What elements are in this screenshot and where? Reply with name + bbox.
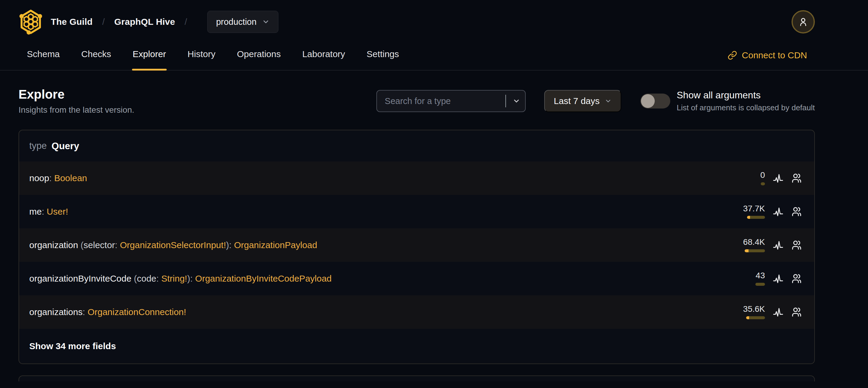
chevron-down-icon bbox=[262, 18, 270, 26]
breadcrumb-org[interactable]: The Guild bbox=[51, 17, 93, 27]
field-return-type: OrganizationPayload bbox=[234, 240, 317, 250]
show-all-arguments-toggle[interactable] bbox=[641, 94, 670, 109]
breadcrumb-separator: / bbox=[185, 17, 187, 27]
field-return-type: OrganizationConnection! bbox=[88, 307, 186, 317]
type-search-input[interactable] bbox=[385, 96, 503, 106]
request-count: 0 bbox=[760, 171, 765, 179]
argument-type: String! bbox=[161, 273, 187, 283]
activity-icon[interactable] bbox=[773, 273, 783, 284]
field-signature: me: User! bbox=[29, 207, 68, 217]
usage-bar bbox=[761, 182, 765, 185]
users-icon[interactable] bbox=[791, 240, 802, 250]
top-bar: The Guild / GraphQL Hive / production bbox=[0, 0, 868, 39]
tab-settings[interactable]: Settings bbox=[366, 41, 399, 70]
usage-bar bbox=[746, 316, 765, 319]
page-title-block: Explore Insights from the latest version… bbox=[19, 87, 134, 115]
type-search-combobox[interactable] bbox=[376, 90, 526, 112]
page-head: Explore Insights from the latest version… bbox=[19, 87, 815, 115]
field-signature: organization (selector: OrganizationSele… bbox=[29, 240, 317, 250]
toggle-text-block: Show all arguments List of arguments is … bbox=[677, 90, 815, 112]
activity-icon[interactable] bbox=[773, 206, 783, 217]
target-selector-value: production bbox=[216, 17, 256, 27]
activity-icon[interactable] bbox=[773, 240, 783, 250]
toggle-label: Show all arguments bbox=[677, 90, 815, 101]
tab-checks[interactable]: Checks bbox=[81, 41, 112, 70]
field-usage: 43 bbox=[717, 271, 765, 286]
activity-icon[interactable] bbox=[773, 173, 783, 183]
field-row[interactable]: organization (selector: OrganizationSele… bbox=[19, 228, 814, 262]
user-avatar-button[interactable] bbox=[792, 10, 815, 33]
toggle-knob bbox=[641, 94, 655, 108]
argument-name: selector bbox=[84, 240, 115, 250]
argument-type: OrganizationSelectorInput! bbox=[120, 240, 226, 250]
signature-punctuation: : bbox=[229, 240, 234, 250]
request-count: 37.7K bbox=[743, 205, 765, 213]
field-name: organizationByInviteCode bbox=[29, 273, 131, 283]
chevron-down-icon[interactable] bbox=[513, 97, 520, 105]
field-row[interactable]: me: User! 37.7K bbox=[19, 195, 814, 228]
tab-history[interactable]: History bbox=[187, 41, 216, 70]
field-row[interactable]: organizations: OrganizationConnection! 3… bbox=[19, 295, 814, 329]
users-icon[interactable] bbox=[791, 273, 802, 284]
show-more-fields-button[interactable]: Show 34 more fields bbox=[19, 329, 814, 363]
signature-punctuation: : bbox=[190, 273, 195, 283]
activity-icon[interactable] bbox=[773, 307, 783, 318]
search-divider bbox=[505, 95, 506, 107]
field-signature: organizations: OrganizationConnection! bbox=[29, 307, 186, 317]
users-icon[interactable] bbox=[791, 206, 802, 217]
users-icon[interactable] bbox=[791, 173, 802, 183]
field-row[interactable]: organizationByInviteCode (code: String!)… bbox=[19, 262, 814, 295]
page-title: Explore bbox=[19, 87, 134, 101]
period-select-value: Last 7 days bbox=[554, 96, 599, 106]
signature-punctuation: ) bbox=[226, 240, 229, 250]
field-usage: 0 bbox=[717, 171, 765, 185]
field-return-type: OrganizationByInviteCodePayload bbox=[195, 273, 332, 283]
users-icon[interactable] bbox=[791, 307, 802, 318]
argument-name: code bbox=[137, 273, 156, 283]
field-name: me bbox=[29, 207, 42, 216]
usage-bar-fill bbox=[747, 216, 750, 219]
request-count: 43 bbox=[756, 271, 765, 280]
field-metrics: 37.7K bbox=[717, 205, 802, 219]
signature-punctuation: ( bbox=[131, 273, 137, 283]
type-name[interactable]: Query bbox=[52, 141, 79, 152]
next-type-card-partial bbox=[19, 376, 815, 381]
toggle-description: List of arguments is collapsed by defaul… bbox=[677, 103, 815, 112]
field-metrics: 35.6K bbox=[717, 305, 802, 319]
link-icon bbox=[727, 51, 737, 60]
tab-schema[interactable]: Schema bbox=[26, 41, 60, 70]
period-select[interactable]: Last 7 days bbox=[544, 90, 621, 112]
signature-punctuation: : bbox=[49, 173, 54, 183]
type-kind-label: type bbox=[29, 141, 47, 151]
explorer-page: Explore Insights from the latest version… bbox=[0, 87, 868, 381]
field-name: organizations bbox=[29, 307, 83, 317]
type-card-query: type Query noop: Boolean 0 me: Us bbox=[19, 130, 815, 364]
request-count: 35.6K bbox=[743, 305, 765, 313]
field-signature: noop: Boolean bbox=[29, 173, 87, 183]
breadcrumb-project[interactable]: GraphQL Hive bbox=[114, 17, 175, 27]
usage-bar bbox=[755, 283, 765, 286]
target-selector[interactable]: production bbox=[207, 11, 278, 33]
signature-punctuation: : bbox=[83, 307, 88, 317]
connect-to-cdn-link[interactable]: Connect to CDN bbox=[727, 50, 807, 70]
usage-bar-fill bbox=[745, 249, 748, 252]
signature-punctuation: : bbox=[156, 273, 161, 283]
field-usage: 68.4K bbox=[717, 238, 765, 252]
breadcrumb-separator: / bbox=[102, 17, 104, 27]
hive-logo-icon bbox=[19, 8, 43, 35]
field-usage: 35.6K bbox=[717, 305, 765, 319]
type-card-header: type Query bbox=[19, 130, 814, 161]
tab-explorer[interactable]: Explorer bbox=[132, 41, 167, 70]
tab-bar: Schema Checks Explorer History Operation… bbox=[0, 41, 868, 70]
usage-bar-fill bbox=[746, 316, 749, 319]
fields-list: noop: Boolean 0 me: User! 37.7K bbox=[19, 161, 814, 329]
field-name: organization bbox=[29, 240, 78, 250]
tab-operations[interactable]: Operations bbox=[236, 41, 281, 70]
request-count: 68.4K bbox=[743, 238, 765, 246]
page-subtitle: Insights from the latest version. bbox=[19, 105, 134, 115]
field-metrics: 0 bbox=[717, 171, 802, 185]
tab-laboratory[interactable]: Laboratory bbox=[302, 41, 346, 70]
signature-punctuation: ) bbox=[187, 273, 190, 283]
field-row[interactable]: noop: Boolean 0 bbox=[19, 161, 814, 195]
field-usage: 37.7K bbox=[717, 205, 765, 219]
